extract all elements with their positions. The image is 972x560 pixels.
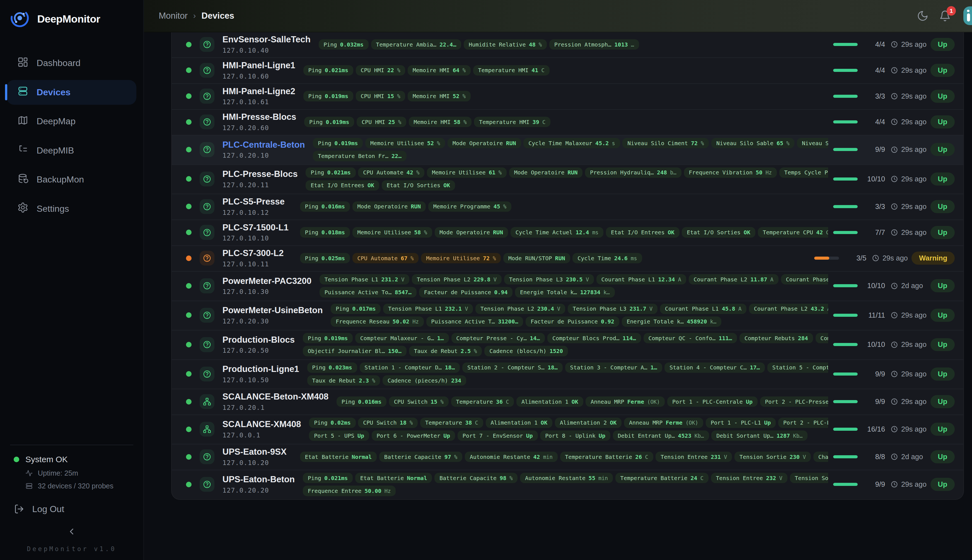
probe-chip: Cadence (blocs/h)1520	[484, 346, 568, 356]
server-icon	[25, 482, 33, 490]
status-dot	[186, 119, 192, 125]
last-check: 29s ago	[890, 480, 930, 488]
probe-chips: Ping0.021msCPU HMI22%Memoire HMI64%Tempe…	[303, 65, 828, 75]
last-check-time: 2d ago	[901, 282, 923, 290]
probe-progress-bar	[833, 455, 858, 458]
device-name[interactable]: PLC-S7-300-L2	[222, 248, 292, 258]
device-row[interactable]: Production-Blocs127.0.20.50Ping0.019msCo…	[172, 330, 964, 359]
device-name[interactable]: PowerMeter-PAC3200	[222, 276, 311, 286]
device-row[interactable]: UPS-Eaton-Beton127.0.20.20Ping0.021msEta…	[172, 470, 964, 499]
clock-icon	[890, 203, 898, 210]
clock-icon	[890, 398, 898, 405]
device-name[interactable]: PLC-Centrale-Beton	[222, 140, 305, 150]
notifications-button[interactable]: 1	[939, 10, 951, 22]
sidebar-item-devices[interactable]: Devices	[7, 80, 136, 105]
device-name[interactable]: HMI-Panel-Ligne1	[222, 60, 295, 70]
device-name[interactable]: UPS-Eaton-Beton	[222, 475, 295, 485]
device-row[interactable]: EnvSensor-SalleTech127.0.10.40Ping0.032m…	[172, 32, 964, 58]
probe-count: 3/3	[864, 92, 885, 100]
device-meta: 8/82d agoUp	[833, 450, 955, 463]
probe-chip: Compteur Malaxeur - G…1…	[355, 333, 449, 343]
question-icon	[200, 251, 214, 265]
device-name[interactable]: PLC-S5-Presse	[222, 197, 292, 207]
last-check: 29s ago	[890, 311, 930, 319]
device-row[interactable]: SCALANCE-XM408127.0.0.1Ping0.02msCPU Swi…	[172, 415, 964, 444]
logout-icon	[14, 504, 24, 514]
device-row[interactable]: PowerMeter-PAC3200127.0.10.30Tension Pha…	[172, 271, 964, 301]
device-name[interactable]: PowerMeter-UsineBeton	[222, 305, 323, 315]
device-name[interactable]: PLC-Presse-Blocs	[222, 169, 298, 179]
device-name[interactable]: HMI-Panel-Ligne2	[222, 87, 295, 97]
divider	[10, 445, 134, 445]
probe-chip: Port 1 - PLC-L1Up	[706, 418, 776, 428]
probe-chip: Ping0.017ms	[331, 304, 381, 314]
device-row[interactable]: HMI-Panel-Ligne1127.0.10.60Ping0.021msCP…	[172, 57, 964, 83]
device-row[interactable]: PLC-Centrale-Beton127.0.20.10Ping0.019ms…	[172, 135, 964, 164]
clock-icon	[890, 453, 898, 460]
status-pill: Up	[930, 367, 955, 381]
question-icon	[200, 449, 214, 464]
device-row[interactable]: PLC-Presse-Blocs127.0.20.11Ping0.021msCP…	[172, 164, 964, 194]
probe-chips: Ping0.025msCPU Automate67%Memoire Utilis…	[300, 253, 810, 263]
probe-chip: Puissance Active To…8547…	[319, 287, 417, 297]
sidebar-item-settings[interactable]: Settings	[7, 197, 136, 221]
probe-chip: Port 7 - EnvSensorUp	[458, 430, 538, 441]
tree-icon	[17, 144, 28, 157]
device-name[interactable]: Production-Ligne1	[222, 364, 299, 374]
probe-chip: Memoire HMI52%	[408, 91, 471, 101]
device-row[interactable]: PLC-S7-300-L2127.0.10.11Ping0.025msCPU A…	[172, 245, 964, 272]
clock-icon	[890, 175, 898, 183]
sidebar-item-backupmon[interactable]: BackupMon	[7, 167, 136, 192]
probe-chip: Etat I/O SortiesOK	[682, 227, 755, 237]
logout-button[interactable]: Log Out	[14, 504, 133, 514]
status-dot	[186, 371, 192, 377]
device-row[interactable]: UPS-Eaton-9SX127.0.10.20Etat BatterieNor…	[172, 444, 964, 470]
device-row[interactable]: Production-Ligne1127.0.10.50Ping0.023msS…	[172, 359, 964, 389]
sidebar-item-dashboard[interactable]: Dashboard	[7, 51, 136, 75]
probe-chips: Ping0.016msMode OperatoireRUNMemoire Pro…	[300, 202, 828, 212]
question-icon	[200, 63, 214, 78]
sidebar-item-deepmib[interactable]: DeepMIB	[7, 138, 136, 163]
probe-progress-bar	[833, 177, 858, 180]
probe-chip: Station 3 - Compteur A…1…	[565, 362, 662, 373]
collapse-sidebar-button[interactable]	[10, 527, 134, 537]
dark-mode-toggle[interactable]	[917, 10, 929, 22]
clock-icon	[890, 229, 898, 236]
question-icon	[200, 367, 214, 382]
device-identity: Production-Blocs127.0.20.50	[222, 335, 295, 355]
breadcrumb-root[interactable]: Monitor	[159, 11, 188, 21]
device-row[interactable]: PLC-S5-Presse127.0.10.12Ping0.016msMode …	[172, 193, 964, 220]
probe-chip: Mode OperatoireRUN	[435, 227, 508, 237]
sidebar-footer: System OK Uptime: 25m 32 devices / 320 p…	[0, 445, 143, 560]
device-row[interactable]: SCALANCE-Beton-XM408127.0.20.1Ping0.016m…	[172, 389, 964, 415]
device-name[interactable]: EnvSensor-SalleTech	[222, 35, 311, 45]
sidebar-item-deepmap[interactable]: DeepMap	[7, 109, 136, 134]
sidebar-item-label: DeepMIB	[37, 145, 74, 156]
probe-chip: Compteur QC - Confo…111…	[643, 333, 737, 343]
avatar[interactable]	[964, 7, 972, 25]
status-dot	[186, 230, 192, 235]
device-name[interactable]: UPS-Eaton-9SX	[222, 447, 292, 457]
probe-chip: Tension Sortie230V	[735, 452, 811, 462]
device-name[interactable]: PLC-S7-1500-L1	[222, 223, 292, 233]
app-window: DeepMonitor DashboardDevicesDeepMapDeepM…	[0, 0, 972, 560]
device-row[interactable]: PowerMeter-UsineBeton127.0.20.30Ping0.01…	[172, 301, 964, 330]
question-icon	[200, 225, 214, 240]
device-name[interactable]: SCALANCE-XM408	[222, 419, 301, 429]
probe-chip: Alimentation 1OK	[516, 397, 583, 407]
backup-icon	[17, 173, 28, 187]
device-row[interactable]: HMI-Panel-Ligne2127.0.10.61Ping0.019msCP…	[172, 83, 964, 109]
device-row[interactable]: HMI-Presse-Blocs127.0.20.60Ping0.019msCP…	[172, 109, 964, 135]
device-row[interactable]: PLC-S7-1500-L1127.0.10.10Ping0.018msMemo…	[172, 220, 964, 245]
device-meta: 10/102d agoUp	[833, 279, 955, 292]
device-name[interactable]: SCALANCE-Beton-XM408	[222, 392, 329, 402]
status-pill: Up	[930, 143, 955, 156]
sidebar-item-label: Settings	[37, 204, 69, 214]
probe-chip-line: Ping0.025msCPU Automate67%Memoire Utilis…	[300, 253, 810, 263]
status-dot	[186, 147, 192, 152]
clock-icon	[890, 67, 898, 74]
status-pill: Up	[930, 279, 955, 292]
device-name[interactable]: HMI-Presse-Blocs	[222, 112, 296, 122]
device-name[interactable]: Production-Blocs	[222, 335, 295, 345]
probe-chip: CPU HMI22%	[356, 65, 406, 75]
